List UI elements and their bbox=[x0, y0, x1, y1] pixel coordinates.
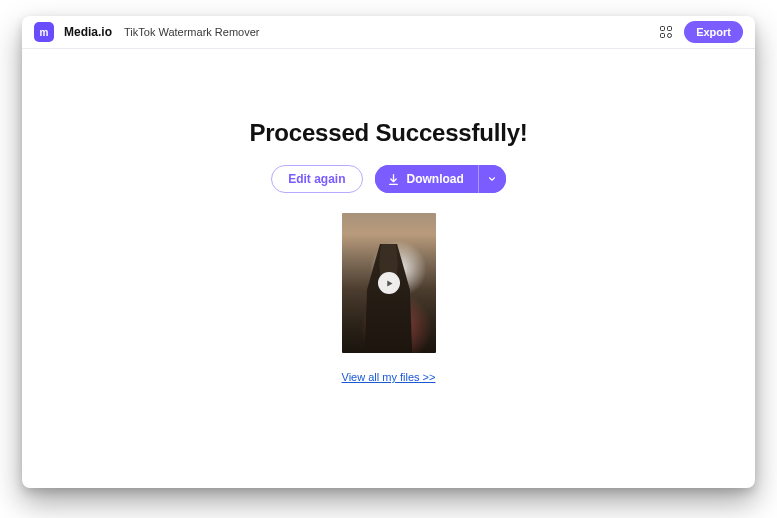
action-row: Edit again Download bbox=[271, 165, 506, 193]
apps-grid-icon[interactable] bbox=[658, 24, 674, 40]
page-title: TikTok Watermark Remover bbox=[124, 26, 259, 38]
brand-name: Media.io bbox=[64, 25, 112, 39]
video-preview-thumbnail[interactable] bbox=[342, 213, 436, 353]
download-button[interactable]: Download bbox=[375, 165, 478, 193]
download-icon bbox=[387, 173, 400, 186]
export-button[interactable]: Export bbox=[684, 21, 743, 43]
app-window: m Media.io TikTok Watermark Remover Expo… bbox=[22, 16, 755, 488]
main-content: Processed Successfully! Edit again Downl… bbox=[22, 49, 755, 488]
chevron-down-icon bbox=[487, 174, 497, 184]
download-options-button[interactable] bbox=[478, 165, 506, 193]
logo-icon: m bbox=[34, 22, 54, 42]
app-header: m Media.io TikTok Watermark Remover Expo… bbox=[22, 16, 755, 49]
logo-letter: m bbox=[40, 27, 49, 38]
view-all-files-link[interactable]: View all my files >> bbox=[342, 371, 436, 383]
edit-again-button[interactable]: Edit again bbox=[271, 165, 362, 193]
play-icon bbox=[385, 279, 394, 288]
play-badge bbox=[378, 272, 400, 294]
success-title: Processed Successfully! bbox=[249, 119, 527, 147]
download-button-group: Download bbox=[375, 165, 506, 193]
download-label: Download bbox=[407, 172, 464, 186]
